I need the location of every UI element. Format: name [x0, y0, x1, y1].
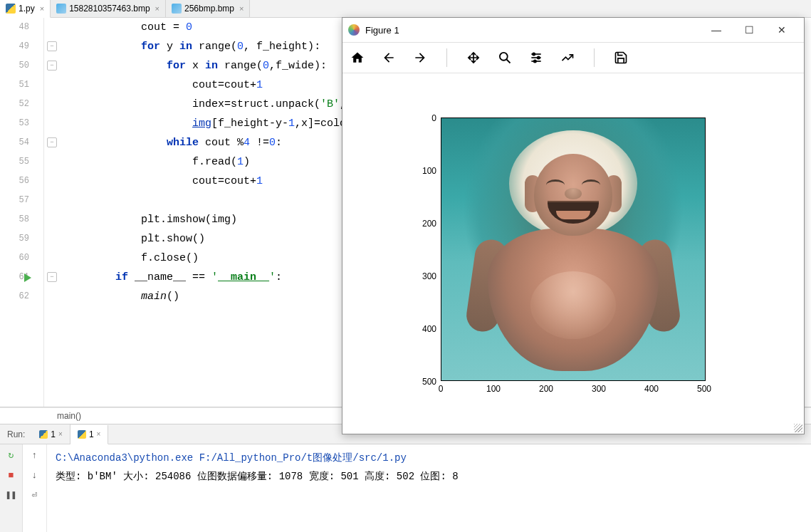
line-number: 59	[0, 229, 29, 249]
svg-point-5	[533, 53, 535, 55]
ytick-label: 400	[408, 324, 436, 334]
close-icon[interactable]: ×	[239, 4, 244, 13]
maximize-button[interactable]: ☐	[733, 24, 765, 36]
fold-toggle-icon[interactable]: −	[47, 61, 57, 71]
python-file-icon	[78, 430, 86, 439]
run-toolbar-nav: ↑ ↓ ⏎	[23, 444, 47, 532]
home-icon[interactable]	[350, 50, 365, 66]
line-number: 58	[0, 210, 29, 229]
close-icon[interactable]: ×	[155, 4, 159, 13]
line-number: 60	[0, 249, 29, 268]
zoom-icon[interactable]	[497, 50, 513, 66]
fold-toggle-icon[interactable]: −	[47, 272, 57, 282]
run-tab-1[interactable]: 1 ×	[70, 425, 109, 444]
svg-line-1	[507, 60, 511, 63]
console-output[interactable]: C:\Anaconda3\python.exe F:/All_python_Pr…	[47, 444, 811, 532]
run-tab-label: 1	[89, 429, 94, 439]
tab-bmp2[interactable]: 256bmp.bmp ×	[166, 0, 250, 17]
tab-bmp1[interactable]: 1582810357463.bmp ×	[51, 0, 166, 17]
run-tool-window: ↻ ■ ❚❚ ↑ ↓ ⏎ C:\Anaconda3\python.exe F:/…	[0, 444, 811, 532]
minimize-button[interactable]: —	[700, 24, 733, 36]
line-number: 48	[0, 18, 29, 37]
xtick-label: 300	[585, 384, 613, 394]
run-toolbar-left: ↻ ■ ❚❚	[0, 444, 23, 532]
breadcrumb-item: main()	[57, 411, 81, 421]
line-number: 62	[0, 287, 29, 306]
run-tab-label: 1	[51, 429, 56, 439]
plot-imshow-content	[473, 132, 673, 375]
line-number: 49	[0, 37, 29, 56]
xtick-label: 200	[532, 384, 560, 394]
ytick-label: 200	[408, 219, 436, 229]
python-file-icon	[39, 430, 48, 439]
close-icon[interactable]: ×	[58, 430, 63, 438]
matplotlib-icon	[348, 24, 360, 36]
resize-grip-icon[interactable]	[794, 424, 802, 432]
ytick-label: 300	[408, 271, 436, 281]
tab-label: 1.py	[19, 4, 35, 14]
line-number-gutter: 484950515253545556575859606162	[0, 18, 44, 407]
line-number: 50	[0, 56, 29, 75]
pan-icon[interactable]	[466, 50, 481, 66]
figure-titlebar[interactable]: Figure 1 — ☐ ✕	[342, 18, 804, 42]
tab-label: 1582810357463.bmp	[69, 4, 150, 14]
line-number: 57	[0, 191, 29, 210]
matplotlib-figure-window[interactable]: Figure 1 — ☐ ✕	[342, 17, 805, 434]
figure-title: Figure 1	[365, 25, 700, 36]
run-label: Run:	[0, 429, 32, 439]
xtick-label: 100	[479, 384, 508, 394]
line-number: 54	[0, 133, 29, 152]
line-number: 56	[0, 172, 29, 191]
console-command: C:\Anaconda3\python.exe F:/All_python_Pr…	[56, 449, 802, 467]
svg-point-0	[500, 53, 508, 61]
close-icon[interactable]: ×	[40, 4, 44, 13]
close-button[interactable]: ✕	[765, 24, 798, 36]
tab-1py[interactable]: 1.py ×	[0, 0, 51, 18]
editor-tabs: 1.py × 1582810357463.bmp × 256bmp.bmp ×	[0, 0, 811, 18]
svg-point-7	[534, 60, 536, 62]
configure-subplots-icon[interactable]	[528, 50, 544, 66]
forward-icon[interactable]	[412, 50, 428, 66]
pause-button[interactable]: ❚❚	[5, 489, 18, 501]
run-gutter-icon[interactable]	[24, 273, 31, 282]
fold-column: −−−−	[44, 18, 63, 407]
up-button[interactable]: ↑	[28, 449, 41, 461]
fold-toggle-icon[interactable]: −	[47, 137, 57, 147]
ytick-label: 100	[408, 166, 436, 176]
line-number: 55	[0, 152, 29, 172]
python-file-icon	[6, 4, 16, 14]
plot-axes	[441, 118, 706, 381]
image-file-icon	[172, 4, 182, 14]
run-tab-0[interactable]: 1 ×	[32, 424, 70, 444]
close-icon[interactable]: ×	[97, 430, 101, 438]
xtick-label: 500	[690, 384, 718, 394]
xtick-label: 400	[637, 384, 666, 394]
figure-toolbar	[342, 42, 804, 73]
separator	[594, 48, 595, 67]
down-button[interactable]: ↓	[28, 469, 41, 481]
ytick-label: 0	[408, 113, 436, 123]
figure-canvas[interactable]: 0 100 200 300 400 500 0 100 200 300 400 …	[342, 73, 804, 434]
back-icon[interactable]	[381, 50, 397, 66]
separator	[446, 48, 447, 67]
tab-label: 256bmp.bmp	[184, 4, 234, 14]
fold-toggle-icon[interactable]: −	[47, 41, 57, 51]
soft-wrap-button[interactable]: ⏎	[28, 489, 41, 501]
line-number: 53	[0, 114, 29, 133]
rerun-button[interactable]: ↻	[5, 449, 18, 461]
line-number: 51	[0, 75, 29, 95]
xtick-label: 0	[427, 384, 455, 394]
stop-button[interactable]: ■	[5, 469, 18, 481]
svg-point-6	[538, 56, 540, 58]
edit-axis-icon[interactable]	[560, 50, 575, 66]
line-number: 52	[0, 95, 29, 114]
console-line: 类型: b'BM' 大小: 254086 位图数据偏移量: 1078 宽度: 5…	[56, 467, 802, 486]
image-file-icon	[56, 4, 66, 14]
save-icon[interactable]	[613, 50, 629, 66]
